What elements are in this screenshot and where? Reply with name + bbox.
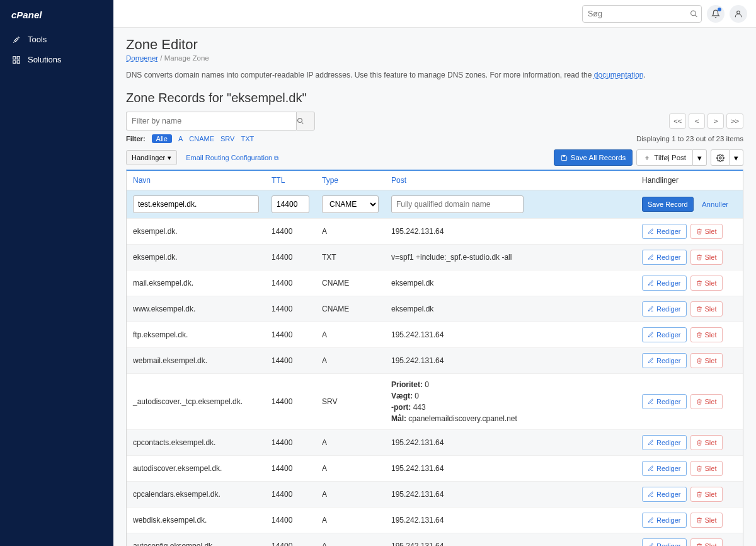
notifications-button[interactable] <box>707 5 724 23</box>
delete-record-button[interactable]: Slet <box>690 394 723 409</box>
svg-point-8 <box>298 119 302 123</box>
add-record-dropdown-caret[interactable]: ▾ <box>693 149 707 166</box>
delete-record-button[interactable]: Slet <box>690 435 723 450</box>
record-row: www.eksempel.dk.14400CNAMEeksempel.dkRed… <box>127 296 743 322</box>
save-all-records-button[interactable]: Save All Records <box>554 149 633 166</box>
delete-record-button[interactable]: Slet <box>690 276 723 291</box>
edit-record-button[interactable]: Rediger <box>642 224 687 239</box>
settings-button[interactable] <box>711 149 730 166</box>
filter-tag-txt[interactable]: TXT <box>241 135 254 142</box>
edit-record-button[interactable]: Rediger <box>642 435 687 450</box>
record-post: 195.242.131.64 <box>385 456 636 482</box>
sidebar-item-tools[interactable]: Tools <box>0 30 113 50</box>
filter-label: Filter: <box>126 135 146 142</box>
pagination: <<<>>> <box>669 113 743 129</box>
pagination-button[interactable]: << <box>669 113 686 129</box>
svg-rect-2 <box>17 56 20 59</box>
record-row: eksempel.dk.14400TXTv=spf1 +include:_spf… <box>127 245 743 270</box>
delete-record-button[interactable]: Slet <box>690 327 723 342</box>
edit-record-button[interactable]: Rediger <box>642 250 687 265</box>
trash-icon <box>696 332 702 338</box>
edit-record-button[interactable]: Rediger <box>642 513 687 528</box>
trash-icon <box>696 491 702 497</box>
settings-dropdown-caret[interactable]: ▾ <box>730 149 743 166</box>
save-record-button[interactable]: Save Record <box>642 197 694 212</box>
svg-line-6 <box>695 15 697 16</box>
sidebar-item-solutions[interactable]: Solutions <box>0 50 113 70</box>
trash-icon <box>696 254 702 260</box>
pencil-icon <box>648 439 654 446</box>
cancel-edit-link[interactable]: Annuller <box>702 200 728 208</box>
record-ttl: 14400 <box>265 245 316 270</box>
edit-record-button[interactable]: Rediger <box>642 538 687 546</box>
record-post: 195.242.131.64 <box>385 430 636 456</box>
brand-logo[interactable]: cPanel <box>0 0 113 30</box>
record-post: 195.242.131.64 <box>385 533 636 547</box>
record-row: _autodiscover._tcp.eksempel.dk.14400SRVP… <box>127 374 743 430</box>
filter-search-button[interactable] <box>296 112 315 131</box>
sidebar-item-label: Solutions <box>28 55 61 64</box>
filter-by-name-input[interactable] <box>126 112 296 131</box>
breadcrumb-root-link[interactable]: Domæner <box>126 54 158 62</box>
edit-record-button[interactable]: Rediger <box>642 394 687 409</box>
edit-record-button[interactable]: Rediger <box>642 327 687 342</box>
actions-dropdown[interactable]: Handlinger ▾ <box>126 150 177 165</box>
search-icon[interactable] <box>690 9 698 18</box>
delete-record-button[interactable]: Slet <box>690 224 723 239</box>
delete-record-button[interactable]: Slet <box>690 538 723 546</box>
column-header-name[interactable]: Navn <box>127 171 265 190</box>
edit-record-button[interactable]: Rediger <box>642 301 687 317</box>
trash-icon <box>696 357 702 364</box>
edit-post-input[interactable] <box>391 195 524 213</box>
filter-tag-srv[interactable]: SRV <box>220 135 234 142</box>
edit-name-input[interactable] <box>133 195 259 213</box>
external-link-icon: ⧉ <box>274 154 278 161</box>
email-routing-link[interactable]: Email Routing Configuration ⧉ <box>186 154 278 162</box>
pencil-icon <box>648 491 654 497</box>
edit-record-button[interactable]: Rediger <box>642 353 687 368</box>
pencil-icon <box>648 306 654 312</box>
trash-icon <box>696 228 702 235</box>
page-title: Zone Editor <box>126 37 743 53</box>
delete-record-button[interactable]: Slet <box>690 461 723 476</box>
edit-type-select[interactable]: AAAAACNAMEMXSRVTXT <box>322 195 379 213</box>
sidebar: cPanel Tools Solutions <box>0 0 113 546</box>
pencil-icon <box>648 280 654 286</box>
record-name: www.eksempel.dk. <box>127 296 265 322</box>
record-row: cpcalendars.eksempel.dk.14400A195.242.13… <box>127 482 743 508</box>
record-row: autodiscover.eksempel.dk.14400A195.242.1… <box>127 456 743 482</box>
global-search-input[interactable] <box>582 5 702 23</box>
search-icon <box>297 117 304 125</box>
pagination-button[interactable]: > <box>707 113 724 129</box>
column-header-post[interactable]: Post <box>385 171 636 190</box>
delete-record-button[interactable]: Slet <box>690 250 723 265</box>
pagination-button[interactable]: >> <box>726 113 743 129</box>
svg-rect-1 <box>13 56 16 59</box>
delete-record-button[interactable]: Slet <box>690 513 723 528</box>
record-edit-row: AAAAACNAMEMXSRVTXT Save Record Annuller <box>127 190 743 219</box>
delete-record-button[interactable]: Slet <box>690 353 723 368</box>
add-record-button[interactable]: ＋ Tilføj Post <box>636 149 693 166</box>
documentation-link[interactable]: documentation <box>594 71 644 79</box>
record-ttl: 14400 <box>265 482 316 508</box>
trash-icon <box>696 465 702 472</box>
user-menu-button[interactable] <box>730 5 747 23</box>
edit-ttl-input[interactable] <box>272 195 309 213</box>
edit-record-button[interactable]: Rediger <box>642 487 687 502</box>
column-header-ttl[interactable]: TTL <box>265 171 316 190</box>
edit-record-button[interactable]: Rediger <box>642 461 687 476</box>
record-ttl: 14400 <box>265 456 316 482</box>
filter-tag-a[interactable]: A <box>178 135 183 142</box>
edit-record-button[interactable]: Rediger <box>642 276 687 291</box>
record-row: eksempel.dk.14400A195.242.131.64RedigerS… <box>127 219 743 245</box>
record-ttl: 14400 <box>265 322 316 348</box>
filter-tag-alle[interactable]: Alle <box>152 134 172 143</box>
record-name: cpcontacts.eksempel.dk. <box>127 430 265 456</box>
delete-record-button[interactable]: Slet <box>690 301 723 317</box>
record-post: Prioritet: 0Vægt: 0-port: 443Mål: cpanel… <box>385 374 636 430</box>
column-header-type[interactable]: Type <box>316 171 385 190</box>
filter-tag-cname[interactable]: CNAME <box>189 135 214 142</box>
pagination-button[interactable]: < <box>689 113 705 129</box>
delete-record-button[interactable]: Slet <box>690 487 723 502</box>
puzzle-icon <box>11 55 21 65</box>
